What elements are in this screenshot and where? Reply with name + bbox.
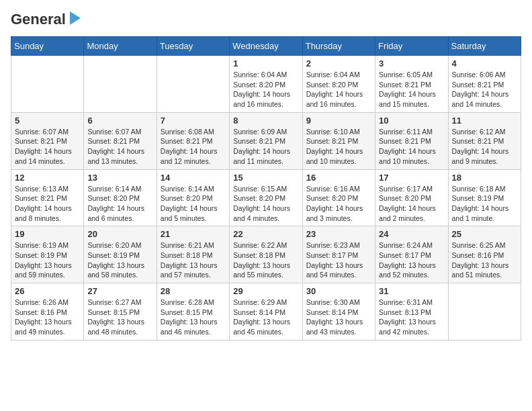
- logo-general-text: General: [11, 11, 66, 28]
- day-info: Sunrise: 6:09 AM Sunset: 8:21 PM Dayligh…: [233, 127, 298, 167]
- calendar-cell: 6Sunrise: 6:07 AM Sunset: 8:21 PM Daylig…: [84, 112, 157, 169]
- day-number: 9: [306, 116, 371, 126]
- day-number: 5: [15, 116, 80, 126]
- calendar-cell: 21Sunrise: 6:21 AM Sunset: 8:18 PM Dayli…: [157, 226, 229, 283]
- calendar-cell: 12Sunrise: 6:13 AM Sunset: 8:21 PM Dayli…: [11, 169, 84, 226]
- day-number: 25: [452, 229, 517, 239]
- day-info: Sunrise: 6:31 AM Sunset: 8:13 PM Dayligh…: [379, 298, 444, 337]
- weekday-header-friday: Friday: [375, 37, 448, 56]
- calendar-cell: 10Sunrise: 6:11 AM Sunset: 8:21 PM Dayli…: [375, 112, 448, 169]
- day-info: Sunrise: 6:30 AM Sunset: 8:14 PM Dayligh…: [306, 298, 371, 337]
- day-number: 17: [379, 173, 444, 183]
- calendar-cell: 15Sunrise: 6:15 AM Sunset: 8:20 PM Dayli…: [230, 169, 302, 226]
- calendar-cell: [11, 56, 84, 113]
- day-info: Sunrise: 6:12 AM Sunset: 8:21 PM Dayligh…: [452, 127, 517, 167]
- calendar-cell: [84, 56, 157, 113]
- day-number: 11: [452, 116, 517, 126]
- day-number: 22: [233, 229, 298, 239]
- calendar-cell: 13Sunrise: 6:14 AM Sunset: 8:20 PM Dayli…: [84, 169, 157, 226]
- calendar-cell: 19Sunrise: 6:19 AM Sunset: 8:19 PM Dayli…: [11, 226, 84, 283]
- calendar-week-row: 19Sunrise: 6:19 AM Sunset: 8:19 PM Dayli…: [11, 226, 521, 283]
- day-number: 10: [379, 116, 444, 126]
- day-info: Sunrise: 6:20 AM Sunset: 8:19 PM Dayligh…: [87, 240, 152, 280]
- day-number: 4: [452, 58, 517, 68]
- day-info: Sunrise: 6:13 AM Sunset: 8:21 PM Dayligh…: [15, 184, 80, 224]
- day-number: 20: [87, 229, 152, 239]
- day-info: Sunrise: 6:22 AM Sunset: 8:18 PM Dayligh…: [233, 240, 298, 280]
- day-number: 28: [161, 286, 226, 296]
- day-number: 26: [15, 286, 80, 296]
- day-info: Sunrise: 6:05 AM Sunset: 8:21 PM Dayligh…: [379, 70, 444, 109]
- logo: General: [11, 11, 81, 28]
- calendar-cell: 18Sunrise: 6:18 AM Sunset: 8:19 PM Dayli…: [448, 169, 521, 226]
- weekday-header-wednesday: Wednesday: [230, 37, 302, 56]
- day-number: 16: [306, 173, 371, 183]
- calendar-cell: [448, 283, 521, 340]
- day-number: 8: [233, 116, 298, 126]
- calendar-cell: 29Sunrise: 6:29 AM Sunset: 8:14 PM Dayli…: [230, 283, 302, 340]
- day-info: Sunrise: 6:11 AM Sunset: 8:21 PM Dayligh…: [379, 127, 444, 167]
- day-info: Sunrise: 6:27 AM Sunset: 8:15 PM Dayligh…: [87, 298, 152, 337]
- day-info: Sunrise: 6:28 AM Sunset: 8:15 PM Dayligh…: [161, 298, 226, 337]
- day-info: Sunrise: 6:17 AM Sunset: 8:20 PM Dayligh…: [379, 184, 444, 224]
- calendar-cell: 30Sunrise: 6:30 AM Sunset: 8:14 PM Dayli…: [302, 283, 375, 340]
- weekday-header-saturday: Saturday: [448, 37, 521, 56]
- day-number: 2: [306, 58, 371, 68]
- calendar-week-row: 5Sunrise: 6:07 AM Sunset: 8:21 PM Daylig…: [11, 112, 521, 169]
- calendar-cell: 27Sunrise: 6:27 AM Sunset: 8:15 PM Dayli…: [84, 283, 157, 340]
- day-info: Sunrise: 6:16 AM Sunset: 8:20 PM Dayligh…: [306, 184, 371, 224]
- calendar-cell: [157, 56, 229, 113]
- page-header: General: [11, 11, 521, 28]
- day-info: Sunrise: 6:26 AM Sunset: 8:16 PM Dayligh…: [15, 298, 80, 337]
- day-number: 3: [379, 58, 444, 68]
- day-number: 13: [87, 173, 152, 183]
- calendar-cell: 17Sunrise: 6:17 AM Sunset: 8:20 PM Dayli…: [375, 169, 448, 226]
- day-number: 27: [87, 286, 152, 296]
- day-info: Sunrise: 6:08 AM Sunset: 8:21 PM Dayligh…: [161, 127, 226, 167]
- calendar-week-row: 1Sunrise: 6:04 AM Sunset: 8:20 PM Daylig…: [11, 56, 521, 113]
- weekday-header-row: SundayMondayTuesdayWednesdayThursdayFrid…: [11, 37, 521, 56]
- calendar-cell: 2Sunrise: 6:04 AM Sunset: 8:20 PM Daylig…: [302, 56, 375, 113]
- calendar-week-row: 26Sunrise: 6:26 AM Sunset: 8:16 PM Dayli…: [11, 283, 521, 340]
- calendar-cell: 7Sunrise: 6:08 AM Sunset: 8:21 PM Daylig…: [157, 112, 229, 169]
- day-info: Sunrise: 6:23 AM Sunset: 8:17 PM Dayligh…: [306, 240, 371, 280]
- day-info: Sunrise: 6:29 AM Sunset: 8:14 PM Dayligh…: [233, 298, 298, 337]
- day-info: Sunrise: 6:07 AM Sunset: 8:21 PM Dayligh…: [15, 127, 80, 167]
- calendar-cell: 28Sunrise: 6:28 AM Sunset: 8:15 PM Dayli…: [157, 283, 229, 340]
- calendar-cell: 11Sunrise: 6:12 AM Sunset: 8:21 PM Dayli…: [448, 112, 521, 169]
- calendar-cell: 22Sunrise: 6:22 AM Sunset: 8:18 PM Dayli…: [230, 226, 302, 283]
- day-number: 15: [233, 173, 298, 183]
- day-info: Sunrise: 6:07 AM Sunset: 8:21 PM Dayligh…: [87, 127, 152, 167]
- calendar-cell: 14Sunrise: 6:14 AM Sunset: 8:20 PM Dayli…: [157, 169, 229, 226]
- calendar-cell: 25Sunrise: 6:25 AM Sunset: 8:16 PM Dayli…: [448, 226, 521, 283]
- calendar-cell: 31Sunrise: 6:31 AM Sunset: 8:13 PM Dayli…: [375, 283, 448, 340]
- day-number: 31: [379, 286, 444, 296]
- calendar-cell: 4Sunrise: 6:06 AM Sunset: 8:21 PM Daylig…: [448, 56, 521, 113]
- weekday-header-thursday: Thursday: [302, 37, 375, 56]
- day-info: Sunrise: 6:04 AM Sunset: 8:20 PM Dayligh…: [233, 70, 298, 109]
- day-number: 14: [161, 173, 226, 183]
- day-info: Sunrise: 6:14 AM Sunset: 8:20 PM Dayligh…: [161, 184, 226, 224]
- day-number: 6: [87, 116, 152, 126]
- weekday-header-monday: Monday: [84, 37, 157, 56]
- day-info: Sunrise: 6:21 AM Sunset: 8:18 PM Dayligh…: [161, 240, 226, 280]
- calendar-cell: 20Sunrise: 6:20 AM Sunset: 8:19 PM Dayli…: [84, 226, 157, 283]
- logo-arrow-icon: [70, 11, 81, 25]
- day-number: 21: [161, 229, 226, 239]
- calendar-table: SundayMondayTuesdayWednesdayThursdayFrid…: [11, 36, 521, 340]
- calendar-cell: 1Sunrise: 6:04 AM Sunset: 8:20 PM Daylig…: [230, 56, 302, 113]
- day-number: 23: [306, 229, 371, 239]
- day-number: 1: [233, 58, 298, 68]
- calendar-cell: 24Sunrise: 6:24 AM Sunset: 8:17 PM Dayli…: [375, 226, 448, 283]
- day-info: Sunrise: 6:24 AM Sunset: 8:17 PM Dayligh…: [379, 240, 444, 280]
- day-info: Sunrise: 6:14 AM Sunset: 8:20 PM Dayligh…: [87, 184, 152, 224]
- day-number: 7: [161, 116, 226, 126]
- calendar-cell: 23Sunrise: 6:23 AM Sunset: 8:17 PM Dayli…: [302, 226, 375, 283]
- calendar-cell: 26Sunrise: 6:26 AM Sunset: 8:16 PM Dayli…: [11, 283, 84, 340]
- day-number: 18: [452, 173, 517, 183]
- calendar-cell: 8Sunrise: 6:09 AM Sunset: 8:21 PM Daylig…: [230, 112, 302, 169]
- day-info: Sunrise: 6:10 AM Sunset: 8:21 PM Dayligh…: [306, 127, 371, 167]
- calendar-cell: 9Sunrise: 6:10 AM Sunset: 8:21 PM Daylig…: [302, 112, 375, 169]
- day-number: 24: [379, 229, 444, 239]
- calendar-cell: 16Sunrise: 6:16 AM Sunset: 8:20 PM Dayli…: [302, 169, 375, 226]
